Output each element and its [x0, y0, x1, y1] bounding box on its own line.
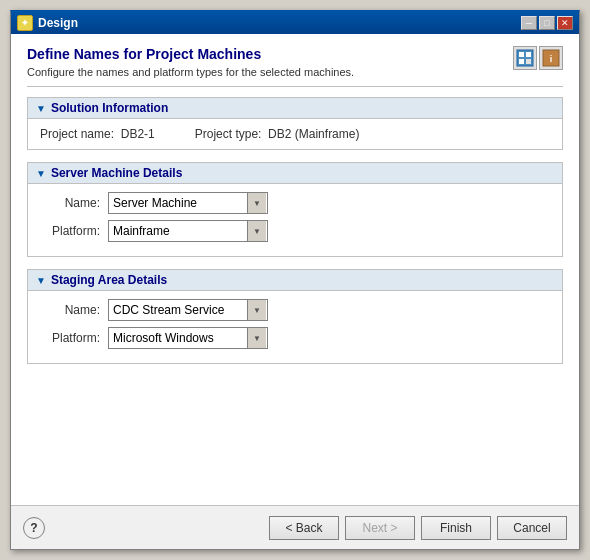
page-header-text: Define Names for Project Machines Config… — [27, 46, 354, 78]
server-machine-section: ▼ Server Machine Details Name: Server Ma… — [27, 162, 563, 257]
footer-right: < Back Next > Finish Cancel — [269, 516, 567, 540]
staging-name-row: Name: CDC Stream Service Replication Ser… — [40, 299, 550, 321]
staging-name-select[interactable]: CDC Stream Service Replication Server — [108, 299, 268, 321]
server-machine-arrow: ▼ — [36, 168, 46, 179]
svg-rect-3 — [519, 59, 524, 64]
maximize-button[interactable]: □ — [539, 16, 555, 30]
page-header: Define Names for Project Machines Config… — [27, 46, 563, 87]
server-platform-label: Platform: — [40, 224, 100, 238]
title-controls: ─ □ ✕ — [521, 16, 573, 30]
back-button[interactable]: < Back — [269, 516, 339, 540]
title-bar-left: ✦ Design — [17, 15, 78, 31]
header-icons: i — [513, 46, 563, 70]
project-name-label-value: Project name: DB2-1 — [40, 127, 155, 141]
svg-rect-1 — [519, 52, 524, 57]
server-machine-body: Name: Server Machine Application Server … — [28, 184, 562, 256]
svg-rect-2 — [526, 52, 531, 57]
solution-info-arrow: ▼ — [36, 103, 46, 114]
main-content: Define Names for Project Machines Config… — [11, 34, 579, 505]
staging-platform-row: Platform: Microsoft Windows Linux Unix M… — [40, 327, 550, 349]
staging-area-arrow: ▼ — [36, 275, 46, 286]
svg-rect-4 — [526, 59, 531, 64]
staging-area-title: Staging Area Details — [51, 273, 167, 287]
cancel-button[interactable]: Cancel — [497, 516, 567, 540]
page-title: Define Names for Project Machines — [27, 46, 354, 62]
server-name-select[interactable]: Server Machine Application Server Databa… — [108, 192, 268, 214]
close-button[interactable]: ✕ — [557, 16, 573, 30]
solution-info-section: ▼ Solution Information Project name: DB2… — [27, 97, 563, 150]
footer: ? < Back Next > Finish Cancel — [11, 505, 579, 549]
project-type-label-value: Project type: DB2 (Mainframe) — [195, 127, 360, 141]
page-subtitle: Configure the names and platform types f… — [27, 66, 354, 78]
window-title: Design — [38, 16, 78, 30]
solution-info-header: ▼ Solution Information — [28, 98, 562, 119]
app-icon: ✦ — [17, 15, 33, 31]
staging-platform-label: Platform: — [40, 331, 100, 345]
finish-button[interactable]: Finish — [421, 516, 491, 540]
title-bar: ✦ Design ─ □ ✕ — [11, 12, 579, 34]
server-platform-row: Platform: Mainframe Linux Unix Microsoft… — [40, 220, 550, 242]
server-platform-select[interactable]: Mainframe Linux Unix Microsoft Windows — [108, 220, 268, 242]
server-platform-select-wrapper: Mainframe Linux Unix Microsoft Windows — [108, 220, 268, 242]
main-window: ✦ Design ─ □ ✕ Define Names for Project … — [10, 10, 580, 550]
staging-area-section: ▼ Staging Area Details Name: CDC Stream … — [27, 269, 563, 364]
staging-name-select-wrapper: CDC Stream Service Replication Server — [108, 299, 268, 321]
server-name-row: Name: Server Machine Application Server … — [40, 192, 550, 214]
staging-platform-select[interactable]: Microsoft Windows Linux Unix Mainframe — [108, 327, 268, 349]
next-button[interactable]: Next > — [345, 516, 415, 540]
server-name-select-wrapper: Server Machine Application Server Databa… — [108, 192, 268, 214]
staging-platform-select-wrapper: Microsoft Windows Linux Unix Mainframe — [108, 327, 268, 349]
server-name-label: Name: — [40, 196, 100, 210]
footer-left: ? — [23, 517, 45, 539]
content-spacer — [27, 376, 563, 493]
server-machine-title: Server Machine Details — [51, 166, 182, 180]
minimize-button[interactable]: ─ — [521, 16, 537, 30]
help-button[interactable]: ? — [23, 517, 45, 539]
solution-info-body: Project name: DB2-1 Project type: DB2 (M… — [28, 119, 562, 149]
svg-text:i: i — [550, 54, 553, 64]
solution-info-row: Project name: DB2-1 Project type: DB2 (M… — [40, 127, 550, 141]
header-icon-1 — [513, 46, 537, 70]
solution-info-title: Solution Information — [51, 101, 168, 115]
staging-area-body: Name: CDC Stream Service Replication Ser… — [28, 291, 562, 363]
staging-area-header: ▼ Staging Area Details — [28, 270, 562, 291]
header-icon-2: i — [539, 46, 563, 70]
staging-name-label: Name: — [40, 303, 100, 317]
server-machine-header: ▼ Server Machine Details — [28, 163, 562, 184]
